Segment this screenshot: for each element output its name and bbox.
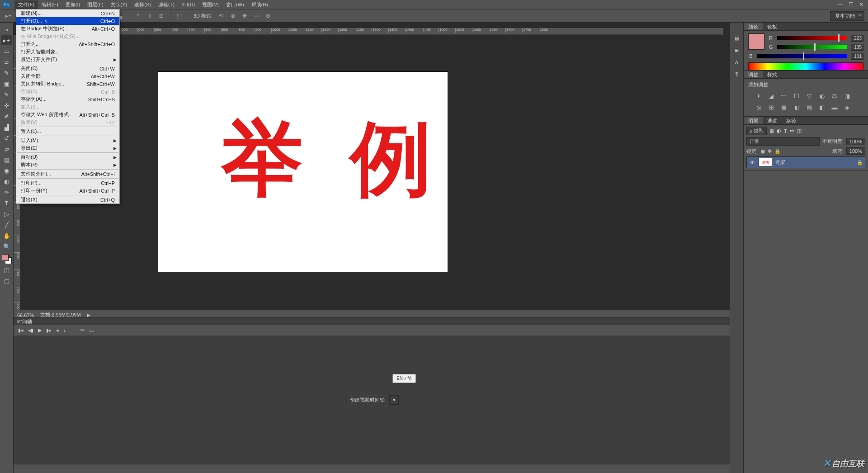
g-value[interactable]: 135 (851, 44, 863, 51)
layer-row-background[interactable]: 👁 举例 背景 🔒 (746, 156, 865, 168)
selective-color-icon[interactable]: ◈ (843, 104, 851, 111)
b-slider[interactable] (757, 54, 847, 58)
r-slider[interactable] (777, 36, 847, 40)
filter-pixel-icon[interactable]: ▦ (769, 128, 774, 134)
menu-item-[interactable]: 关闭全部Alt+Ctrl+W (16, 72, 119, 80)
tab-adjustments[interactable]: 调整 (744, 71, 763, 78)
menu-item-[interactable]: 打开为智能对象... (16, 48, 119, 56)
zoom-level[interactable]: 66.67% (17, 312, 34, 318)
shape-tool[interactable]: ╱ (1, 220, 12, 230)
path-select-tool[interactable]: ▷ (1, 209, 12, 219)
threshold-icon[interactable]: ◧ (818, 104, 826, 111)
marquee-tool[interactable]: ▭ (1, 46, 12, 56)
character-panel-icon[interactable]: A (735, 60, 738, 65)
layer-name[interactable]: 背景 (775, 159, 854, 166)
menu-item-m[interactable]: 导入(M)▶ (16, 137, 119, 144)
bw-icon[interactable]: ◨ (843, 93, 851, 99)
channel-mixer-icon[interactable]: ⊞ (767, 104, 775, 111)
menu-window[interactable]: 窗口(W) (222, 0, 248, 9)
go-first-icon[interactable]: ▮◂ (18, 327, 24, 333)
create-timeline-dropdown[interactable]: ▾ (390, 395, 399, 405)
tab-channels[interactable]: 通道 (763, 117, 782, 124)
b-value[interactable]: 131 (851, 53, 863, 60)
menu-help[interactable]: 帮助(H) (248, 0, 272, 9)
zoom-tool[interactable]: 🔍 (1, 241, 12, 251)
menu-item-bridge[interactable]: 关闭并转到 Bridge...Shift+Ctrl+W (16, 80, 119, 88)
opacity-value[interactable]: 100% (846, 138, 865, 145)
3d-zoom-icon[interactable]: ⊕ (263, 11, 273, 21)
menu-item-u[interactable]: 自动(U)▶ (16, 153, 119, 161)
menu-item-t[interactable]: 最近打开文件(T)▶ (16, 56, 119, 63)
crop-tool[interactable]: ▣ (1, 79, 12, 89)
blur-tool[interactable]: ◉ (1, 166, 12, 175)
3d-slide-icon[interactable]: ↔ (251, 11, 261, 21)
curves-icon[interactable]: 〰 (780, 93, 788, 99)
prev-frame-icon[interactable]: ◂▮ (28, 327, 33, 333)
maximize-button[interactable]: ☐ (849, 1, 854, 8)
tab-color[interactable]: 颜色 (744, 23, 763, 30)
g-slider[interactable] (777, 45, 847, 49)
fill-value[interactable]: 100% (846, 147, 865, 155)
color-spectrum[interactable] (748, 62, 863, 71)
layer-thumbnail[interactable]: 举例 (759, 158, 772, 167)
lock-pixels-icon[interactable]: ▦ (760, 148, 765, 154)
foreground-swatch[interactable] (748, 33, 764, 50)
properties-panel-icon[interactable]: ⊞ (735, 47, 739, 53)
menu-item-x[interactable]: 退出(X)Ctrl+Q (16, 196, 119, 203)
distribute-v-icon[interactable]: ⦀ (145, 11, 155, 21)
history-brush-tool[interactable]: ↺ (1, 133, 12, 143)
minimize-button[interactable]: — (838, 1, 843, 8)
menu-view[interactable]: 视图(V) (198, 0, 222, 9)
photo-filter-icon[interactable]: ◎ (755, 104, 763, 111)
eyedropper-tool[interactable]: ✎ (1, 90, 12, 99)
menu-item-r[interactable]: 脚本(R)▶ (16, 161, 119, 169)
move-tool[interactable]: ▸+ (1, 35, 12, 45)
tab-swatches[interactable]: 色板 (763, 23, 782, 30)
close-button[interactable]: ✕ (859, 1, 863, 8)
visibility-icon[interactable]: 👁 (749, 160, 756, 165)
timeline-tab[interactable]: 时间轴 (14, 317, 730, 325)
hand-tool[interactable]: ✋ (1, 231, 12, 241)
menu-item-[interactable]: 打开为...Alt+Shift+Ctrl+O (16, 40, 119, 48)
3d-pan-icon[interactable]: ✥ (240, 11, 250, 21)
tab-paths[interactable]: 路径 (782, 117, 801, 124)
gradient-map-icon[interactable]: ▬ (830, 104, 839, 111)
posterize-icon[interactable]: ▤ (805, 104, 813, 111)
stamp-tool[interactable]: ▟ (1, 122, 12, 132)
3d-orbit-icon[interactable]: ⟲ (216, 11, 226, 21)
quick-mask-tool[interactable]: ◫ (1, 265, 12, 275)
blend-mode-select[interactable]: 正常 (746, 137, 820, 146)
workspace-switcher[interactable]: 基本功能 (830, 11, 864, 21)
go-last-icon[interactable]: ◂ (56, 327, 59, 333)
levels-icon[interactable]: ◢ (767, 93, 775, 99)
menu-item-n[interactable]: 新建(N)...Ctrl+N (16, 9, 119, 17)
menu-item-o[interactable]: 打开(O)...Ctrl+O↖ (16, 17, 119, 25)
menu-item-bridgeb[interactable]: 在 Bridge 中浏览(B)...Alt+Ctrl+O (16, 25, 119, 33)
menu-filter[interactable]: 滤镜(T) (155, 0, 178, 9)
layer-filter-kind[interactable]: ρ 类型 (746, 127, 767, 135)
color-balance-icon[interactable]: ⚖ (830, 93, 839, 99)
brightness-icon[interactable]: ☀ (755, 93, 763, 99)
menu-item-c[interactable]: 关闭(C)Ctrl+W (16, 65, 119, 72)
create-timeline-button[interactable]: 创建视频时间轴 (345, 395, 390, 405)
exposure-icon[interactable]: ☐ (793, 93, 801, 99)
invert-icon[interactable]: ◐ (793, 104, 801, 111)
menu-item-web[interactable]: 存储为 Web 所用格式...Alt+Shift+Ctrl+S (16, 111, 119, 118)
menu-item-l[interactable]: 置入(L)... (16, 128, 119, 135)
menu-image[interactable]: 图像(I) (62, 0, 84, 9)
lock-position-icon[interactable]: ✥ (768, 148, 772, 154)
distribute-h-icon[interactable]: ≡ (133, 11, 143, 21)
hue-icon[interactable]: ◐ (818, 93, 826, 99)
arrange-icon[interactable]: ⬚ (174, 11, 184, 21)
gradient-tool[interactable]: ▤ (1, 155, 12, 165)
next-frame-icon[interactable]: ▮▸ (46, 327, 52, 333)
3d-roll-icon[interactable]: ⊚ (228, 11, 238, 21)
color-lookup-icon[interactable]: ▦ (780, 104, 788, 111)
canvas[interactable]: 举 例 (158, 72, 448, 272)
filter-type-icon[interactable]: T (784, 128, 787, 134)
type-tool[interactable]: T (1, 198, 12, 208)
history-panel-icon[interactable]: ▤ (735, 35, 739, 41)
eraser-tool[interactable]: ▱ (1, 144, 12, 154)
brush-tool[interactable]: ✐ (1, 111, 12, 121)
filter-adjust-icon[interactable]: ◐ (777, 128, 781, 134)
